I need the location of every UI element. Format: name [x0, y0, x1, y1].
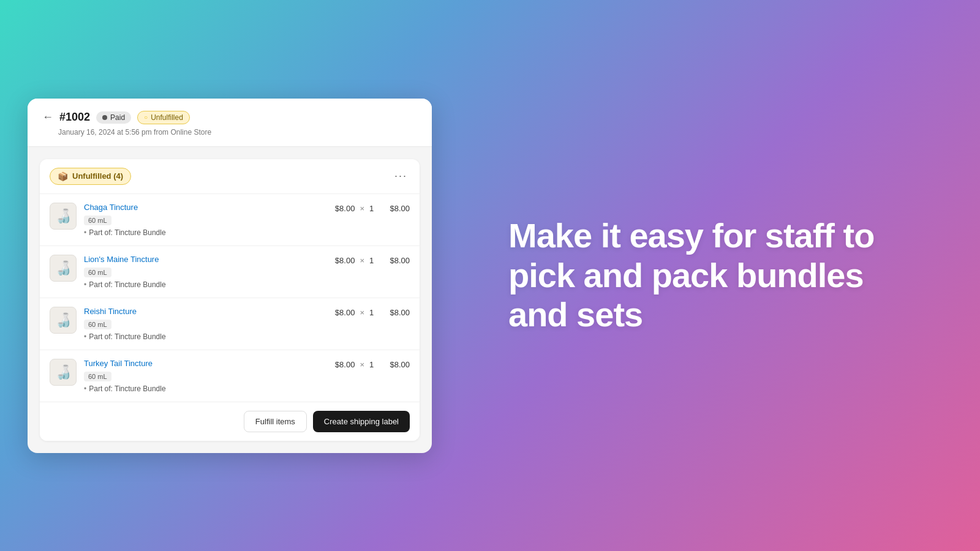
price-each-3: $8.00	[325, 308, 355, 317]
product-pricing-4: $8.00 × 1 $8.00	[325, 359, 410, 369]
product-pricing-3: $8.00 × 1 $8.00	[325, 307, 410, 317]
price-total-3: $8.00	[383, 308, 410, 317]
product-details-3: Reishi Tincture 60 mL Part of: Tincture …	[84, 307, 318, 341]
price-each-2: $8.00	[325, 256, 355, 265]
order-number: #1002	[59, 111, 90, 124]
product-variant-3: 60 mL	[84, 320, 111, 329]
right-panel: Make it easy for staff to pick and pack …	[459, 0, 980, 551]
price-each-1: $8.00	[325, 204, 355, 213]
order-meta: January 16, 2024 at 5:56 pm from Online …	[58, 128, 417, 137]
order-card: ← #1002 Paid Unfulfilled January 16, 202…	[28, 99, 432, 453]
fulfillment-footer: Fulfill items Create shipping label	[40, 402, 420, 441]
price-qty-1: 1	[369, 204, 378, 213]
product-variant-1: 60 mL	[84, 216, 111, 225]
product-list: 🍶 Chaga Tincture 60 mL Part of: Tincture…	[40, 194, 420, 402]
table-row: 🍶 Chaga Tincture 60 mL Part of: Tincture…	[40, 194, 420, 246]
product-bundle-1: Part of: Tincture Bundle	[84, 228, 318, 237]
price-x-4: ×	[360, 360, 364, 369]
product-image-4: 🍶	[50, 359, 77, 386]
price-x-1: ×	[360, 204, 364, 213]
fulfillment-header: 📦 Unfulfilled (4) ···	[40, 159, 420, 194]
price-qty-3: 1	[369, 308, 378, 317]
price-x-3: ×	[360, 308, 364, 317]
paid-badge: Paid	[96, 111, 131, 124]
more-options-button[interactable]: ···	[392, 170, 410, 182]
product-variant-2: 60 mL	[84, 268, 111, 277]
product-image-3: 🍶	[50, 307, 77, 334]
order-body: 📦 Unfulfilled (4) ··· 🍶 Chaga Tincture 6…	[28, 147, 432, 453]
hero-headline: Make it easy for staff to pick and pack …	[508, 216, 888, 334]
product-name-1[interactable]: Chaga Tincture	[84, 203, 318, 212]
product-name-2[interactable]: Lion's Maine Tincture	[84, 255, 318, 264]
product-image-1: 🍶	[50, 203, 77, 230]
table-row: 🍶 Turkey Tail Tincture 60 mL Part of: Ti…	[40, 350, 420, 402]
left-panel: ← #1002 Paid Unfulfilled January 16, 202…	[0, 0, 459, 551]
price-each-4: $8.00	[325, 360, 355, 369]
create-shipping-label-button[interactable]: Create shipping label	[313, 411, 410, 432]
unfulfilled-icon: 📦	[58, 171, 68, 181]
product-bundle-2: Part of: Tincture Bundle	[84, 280, 318, 289]
price-qty-2: 1	[369, 256, 378, 265]
order-header: ← #1002 Paid Unfulfilled January 16, 202…	[28, 99, 432, 147]
unfulfilled-badge: 📦 Unfulfilled (4)	[50, 168, 131, 185]
product-name-3[interactable]: Reishi Tincture	[84, 307, 318, 316]
product-variant-4: 60 mL	[84, 372, 111, 381]
price-x-2: ×	[360, 256, 364, 265]
product-pricing-2: $8.00 × 1 $8.00	[325, 255, 410, 265]
table-row: 🍶 Lion's Maine Tincture 60 mL Part of: T…	[40, 246, 420, 298]
table-row: 🍶 Reishi Tincture 60 mL Part of: Tinctur…	[40, 298, 420, 350]
price-total-1: $8.00	[383, 204, 410, 213]
order-title-row: ← #1002 Paid Unfulfilled	[42, 111, 417, 124]
product-name-4[interactable]: Turkey Tail Tincture	[84, 359, 318, 368]
fulfill-items-button[interactable]: Fulfill items	[244, 411, 307, 432]
product-bundle-4: Part of: Tincture Bundle	[84, 384, 318, 393]
back-icon: ←	[42, 111, 53, 124]
product-details-2: Lion's Maine Tincture 60 mL Part of: Tin…	[84, 255, 318, 289]
unfulfilled-header-badge: Unfulfilled	[137, 111, 190, 124]
product-pricing-1: $8.00 × 1 $8.00	[325, 203, 410, 213]
product-bundle-3: Part of: Tincture Bundle	[84, 332, 318, 341]
price-total-2: $8.00	[383, 256, 410, 265]
unfulfilled-label: Unfulfilled (4)	[72, 171, 123, 181]
product-image-2: 🍶	[50, 255, 77, 282]
product-details-1: Chaga Tincture 60 mL Part of: Tincture B…	[84, 203, 318, 237]
fulfillment-section: 📦 Unfulfilled (4) ··· 🍶 Chaga Tincture 6…	[40, 159, 420, 441]
back-button[interactable]: ←	[42, 111, 53, 124]
price-qty-4: 1	[369, 360, 378, 369]
product-details-4: Turkey Tail Tincture 60 mL Part of: Tinc…	[84, 359, 318, 393]
price-total-4: $8.00	[383, 360, 410, 369]
